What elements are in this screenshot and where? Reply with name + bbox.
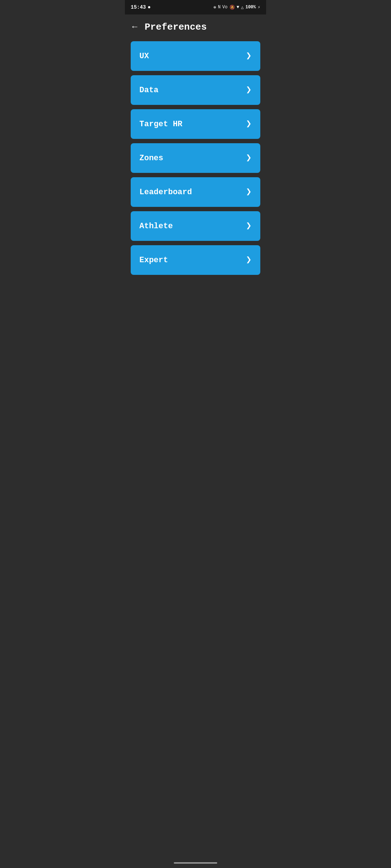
battery-percent: 100% [245,5,256,10]
volte-icon: Vo [222,5,227,10]
menu-label-expert: Expert [139,256,168,265]
menu-item-expert[interactable]: Expert❯ [131,245,260,275]
sync-icon: ⊕ [214,5,216,10]
menu-item-data[interactable]: Data❯ [131,75,260,105]
chevron-right-icon-target-hr: ❯ [246,119,252,129]
back-button[interactable]: ← [132,23,137,31]
mute-icon: 🔕 [230,5,235,10]
menu-item-ux[interactable]: UX❯ [131,41,260,71]
bottom-nav-indicator [174,862,217,864]
battery-icon: ⚡ [258,5,260,10]
page-title: Preferences [144,22,207,33]
status-left: 15:43 [131,4,150,10]
menu-label-ux: UX [139,52,149,61]
menu-label-data: Data [139,86,159,95]
signal-icon: △ [241,5,244,10]
chevron-right-icon-data: ❯ [246,85,252,95]
status-bar: 15:43 ⊕ N Vo 🔕 ▼ △ 100% ⚡ [125,0,266,14]
wifi-icon: ▼ [237,5,239,10]
status-right: ⊕ N Vo 🔕 ▼ △ 100% ⚡ [214,5,260,10]
status-dot [148,6,150,8]
menu-item-zones[interactable]: Zones❯ [131,143,260,173]
chevron-right-icon-leaderboard: ❯ [246,187,252,197]
menu-label-leaderboard: Leaderboard [139,188,192,197]
chevron-right-icon-athlete: ❯ [246,221,252,231]
menu-label-target-hr: Target HR [139,120,182,129]
nfc-icon: N [218,5,220,10]
chevron-right-icon-ux: ❯ [246,51,252,61]
menu-label-athlete: Athlete [139,222,173,231]
menu-item-target-hr[interactable]: Target HR❯ [131,109,260,139]
chevron-right-icon-zones: ❯ [246,153,252,163]
status-time: 15:43 [131,4,146,10]
menu-item-athlete[interactable]: Athlete❯ [131,211,260,241]
header: ← Preferences [125,14,266,41]
chevron-right-icon-expert: ❯ [246,255,252,265]
menu-item-leaderboard[interactable]: Leaderboard❯ [131,177,260,207]
menu-label-zones: Zones [139,154,163,163]
menu-list: UX❯Data❯Target HR❯Zones❯Leaderboard❯Athl… [125,41,266,275]
